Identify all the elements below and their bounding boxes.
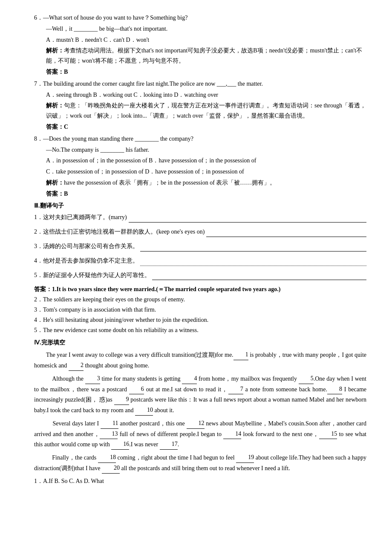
cloze-q1: 1．A.If B. So C. As D. What bbox=[34, 476, 366, 486]
q7-options: A．seeing through B．working out C．looking… bbox=[46, 90, 366, 100]
question-7: 7．The building around the corner caught … bbox=[34, 79, 366, 132]
section-4: Ⅳ.完形填空 The year I went away to college w… bbox=[34, 338, 366, 486]
question-6: 6．—What sort of house do you want to hav… bbox=[34, 13, 366, 77]
section3-header: Ⅲ.翻译句子 bbox=[34, 201, 366, 211]
cloze-para2: Although the 3 time for many students is… bbox=[34, 373, 366, 416]
translation-item-3: 3．汤姆的公司与那家公司有合作关系。 bbox=[34, 241, 366, 251]
section-3: Ⅲ.翻译句子 1．这对夫妇已离婚两年了。(marry) 2．这些战士们正密切地注… bbox=[34, 201, 366, 335]
q8-analysis: 解析：have the possession of 表示「拥有」；be in t… bbox=[46, 178, 366, 188]
q8-stem2: —No.The company is ________ his father. bbox=[34, 145, 366, 155]
translation-item-4: 4．他对是否去参加探险仍拿不定主意。 bbox=[34, 256, 366, 266]
section3-answers: 答案：1.It is two years since they were mar… bbox=[34, 284, 366, 335]
page-content: 6．—What sort of house do you want to hav… bbox=[34, 13, 366, 486]
cloze-para4: Finally，the cards 18 coming，right about … bbox=[34, 452, 366, 474]
cloze-para3: Several days later I 11 another postcard… bbox=[34, 418, 366, 450]
q8-options2: C．take possession of；in possession of D．… bbox=[46, 167, 366, 177]
q6-stem2: —Well，it ________ be big—that's not impo… bbox=[34, 24, 366, 34]
q6-analysis: 解析：考查情态动词用法。根据下文that's not important可知房子… bbox=[46, 46, 366, 66]
translation-item-5: 5．新的证据令人怀疑他作为证人的可靠性。 bbox=[34, 270, 366, 280]
q6-options: A．mustn't B．needn't C．can't D．won't bbox=[46, 35, 366, 45]
translation-item-1: 1．这对夫妇已离婚两年了。(marry) bbox=[34, 212, 366, 223]
q7-stem: 7．The building around the corner caught … bbox=[34, 79, 366, 89]
section4-header: Ⅳ.完形填空 bbox=[34, 338, 366, 348]
q7-analysis: 解析：句意：「昨晚拐角处的一座大楼着火了，现在警方正在对这一事件进行调查」。考查… bbox=[46, 101, 366, 121]
question-8: 8．—Does the young man standing there ___… bbox=[34, 134, 366, 199]
q8-options1: A．in possession of；in the possession of … bbox=[46, 156, 366, 166]
q6-stem1: 6．—What sort of house do you want to hav… bbox=[34, 13, 366, 23]
q8-answer: 答案：B bbox=[46, 189, 366, 199]
cloze-para1: The year I went away to college was a ve… bbox=[34, 350, 366, 371]
q8-stem1: 8．—Does the young man standing there ___… bbox=[34, 134, 366, 144]
translation-item-2: 2．这些战士们正密切地注视着一群群的敌人。(keep one's eyes on… bbox=[34, 227, 366, 237]
q7-answer: 答案：C bbox=[46, 122, 366, 132]
q6-answer: 答案：B bbox=[46, 67, 366, 77]
